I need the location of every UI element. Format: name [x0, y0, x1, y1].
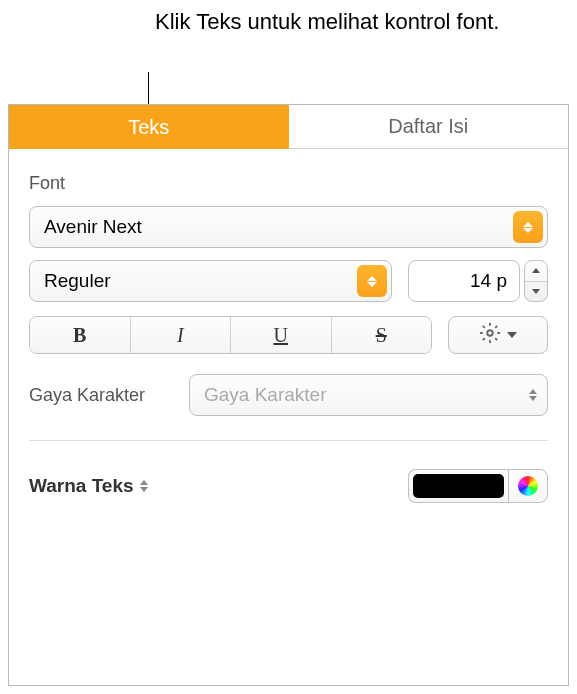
character-style-label: Gaya Karakter: [29, 385, 159, 406]
font-style-value: Reguler: [44, 270, 111, 292]
text-color-swatch-inner: [413, 474, 504, 498]
tab-toc[interactable]: Daftar Isi: [289, 105, 569, 149]
character-style-placeholder: Gaya Karakter: [204, 384, 327, 406]
font-size-input[interactable]: 14 p: [408, 260, 520, 302]
font-section-label: Font: [29, 173, 548, 194]
font-family-dropdown-icon: [513, 211, 543, 243]
font-family-value: Avenir Next: [44, 216, 142, 238]
font-style-dropdown-icon: [357, 265, 387, 297]
tab-text[interactable]: Teks: [9, 105, 289, 149]
color-wheel-icon: [518, 476, 538, 496]
color-picker-button[interactable]: [508, 469, 548, 503]
svg-point-0: [487, 330, 493, 336]
chevron-down-icon: [507, 332, 517, 338]
advanced-options-button[interactable]: [448, 316, 548, 354]
font-size-value: 14 p: [470, 270, 507, 292]
underline-button[interactable]: U: [231, 317, 332, 353]
text-color-dropdown-icon: [140, 480, 148, 492]
gear-icon: [479, 322, 501, 348]
font-family-select[interactable]: Avenir Next: [29, 206, 548, 248]
font-style-select[interactable]: Reguler: [29, 260, 392, 302]
stepper-down[interactable]: [525, 282, 547, 302]
italic-button[interactable]: I: [131, 317, 232, 353]
callout-line: [148, 72, 149, 106]
text-color-swatch[interactable]: [408, 469, 508, 503]
style-button-group: B I U S: [29, 316, 432, 354]
tab-bar: Teks Daftar Isi: [9, 105, 568, 149]
text-color-dropdown[interactable]: Warna Teks: [29, 475, 148, 497]
callout-text: Klik Teks untuk melihat kontrol font.: [155, 8, 499, 37]
character-style-dropdown-icon: [529, 389, 537, 401]
strikethrough-button[interactable]: S: [332, 317, 432, 353]
stepper-up[interactable]: [525, 261, 547, 282]
character-style-select[interactable]: Gaya Karakter: [189, 374, 548, 416]
inspector-panel: Teks Daftar Isi Font Avenir Next Reguler…: [8, 104, 569, 686]
bold-button[interactable]: B: [30, 317, 131, 353]
text-color-label: Warna Teks: [29, 475, 134, 497]
tab-content: Font Avenir Next Reguler 14 p: [9, 149, 568, 527]
divider: [29, 440, 548, 441]
font-size-stepper[interactable]: [524, 260, 548, 302]
